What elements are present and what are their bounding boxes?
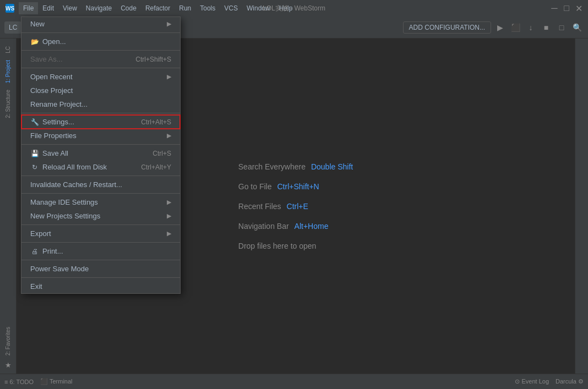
coverage-button[interactable]: ↓ [524,21,537,34]
separator-10 [21,260,180,260]
search-button[interactable]: 🔍 [570,21,584,34]
menu-new-projects-settings-arrow: ▶ [167,212,171,220]
reload-icon: ↻ [30,163,39,171]
menu-reload-label: Reload All from Disk [42,163,107,171]
menu-save-all[interactable]: 💾 Save All Ctrl+S [21,146,180,160]
add-configuration-button[interactable]: ADD CONFIGURATION... [403,21,491,34]
recent-files-label: Recent Files [238,202,281,211]
menu-new[interactable]: New ▶ [21,17,180,31]
title-bar-left: WS File Edit View Navigate Code Refactor… [6,2,297,14]
menu-save-as-shortcut: Ctrl+Shift+S [135,56,171,63]
menu-edit[interactable]: Edit [38,2,58,14]
todo-panel-button[interactable]: ≡ 6: TODO [4,379,34,385]
status-bar: ≡ 6: TODO ⬛ Terminal ⊙ Event Log Darcula… [0,374,588,389]
event-log-button[interactable]: ⊙ Event Log [515,378,549,385]
search-everywhere-shortcut: Double Shift [311,162,353,171]
menu-manage-ide-settings[interactable]: Manage IDE Settings ▶ [21,195,180,209]
menu-exit[interactable]: Exit [21,280,180,293]
stop-button[interactable]: ■ [540,21,553,34]
menu-manage-ide-settings-arrow: ▶ [167,199,171,206]
menu-reload[interactable]: ↻ Reload All from Disk Ctrl+Alt+Y [21,160,180,174]
menu-file-properties[interactable]: File Properties ▶ [21,129,180,143]
menu-exit-label: Exit [30,282,42,291]
separator-8 [21,224,180,225]
menu-vcs[interactable]: VCS [220,2,242,14]
open-icon: 📂 [30,38,39,46]
minimize-button[interactable]: ─ [551,4,558,12]
theme-selector[interactable]: Darcula ⚙ [556,378,584,385]
close-button[interactable]: ✕ [575,4,582,12]
menu-manage-ide-settings-label: Manage IDE Settings [30,198,98,206]
separator-3 [21,68,180,68]
run-button[interactable]: ▶ [493,21,507,34]
menu-settings[interactable]: 🔧 Settings... Ctrl+Alt+S [21,115,180,129]
search-everywhere-row: Search Everywhere Double Shift [238,162,353,171]
menu-save-all-label: Save All [42,149,68,157]
goto-file-label: Go to File [238,182,272,191]
left-sidebar: LC 1: Project 2: Structure 2: Favorites … [0,39,17,374]
menu-invalidate-caches[interactable]: Invalidate Caches / Restart... [21,178,180,191]
menu-save-as: Save As... Ctrl+Shift+S [21,52,180,66]
navigation-bar-label: Navigation Bar [238,222,289,231]
menu-open[interactable]: 📂 Open... [21,35,180,48]
separator-11 [21,277,180,278]
menu-file-properties-arrow: ▶ [167,132,171,139]
search-everywhere-label: Search Everywhere [238,162,306,171]
menu-export-arrow: ▶ [167,230,171,237]
separator-5 [21,144,180,145]
menu-code[interactable]: Code [116,2,141,14]
menu-settings-label: Settings... [42,118,74,126]
menu-close-project[interactable]: Close Project [21,84,180,97]
file-menu-dropdown: New ▶ 📂 Open... Save As... Ctrl+Shift+S … [21,17,181,294]
goto-file-shortcut: Ctrl+Shift+N [277,182,319,191]
sidebar-label-structure[interactable]: 2: Structure [4,86,12,122]
status-bar-left: ≡ 6: TODO ⬛ Terminal [4,378,73,385]
menu-navigate[interactable]: Navigate [81,2,116,14]
app-icon: WS [6,4,14,13]
menu-tools[interactable]: Tools [195,2,220,14]
window-controls: ─ □ ✕ [551,4,582,12]
print-icon: 🖨 [30,248,39,255]
welcome-panel: Search Everywhere Double Shift Go to Fil… [238,162,353,250]
sidebar-label-favorites[interactable]: 2: Favorites [4,324,12,359]
recent-files-shortcut: Ctrl+E [287,202,308,211]
menu-power-save-mode[interactable]: Power Save Mode [21,262,180,276]
menu-bar: File Edit View Navigate Code Refactor Ru… [19,2,297,14]
menu-new-projects-settings[interactable]: New Projects Settings ▶ [21,209,180,223]
terminal-button[interactable]: ⬛ Terminal [40,378,72,385]
menu-export[interactable]: Export ▶ [21,227,180,240]
menu-file[interactable]: File [19,2,38,14]
maximize-button[interactable]: □ [563,4,570,12]
save-all-icon: 💾 [30,150,39,157]
menu-rename-project[interactable]: Rename Project... [21,97,180,111]
goto-file-row: Go to File Ctrl+Shift+N [238,182,353,191]
status-bar-right: ⊙ Event Log Darcula ⚙ [515,378,584,385]
menu-rename-project-label: Rename Project... [30,100,88,108]
sidebar-label-project[interactable]: 1: Project [4,57,12,86]
settings-icon: 🔧 [30,118,39,126]
menu-reload-shortcut: Ctrl+Alt+Y [141,163,171,171]
menu-refactor[interactable]: Refactor [141,2,175,14]
menu-view[interactable]: View [58,2,81,14]
drop-files-label: Drop files here to open [238,242,317,250]
separator-2 [21,50,180,51]
menu-run[interactable]: Run [175,2,195,14]
menu-new-projects-settings-label: New Projects Settings [30,212,100,220]
sidebar-label-lc[interactable]: LC [4,43,12,57]
favorites-icon[interactable]: ★ [4,359,13,371]
separator-4 [21,113,180,113]
menu-save-as-label: Save As... [30,55,63,63]
menu-export-label: Export [30,229,51,238]
navigation-bar-shortcut: Alt+Home [295,222,329,231]
separator-1 [21,32,180,33]
menu-open-recent-label: Open Recent [30,73,73,81]
window-title: LOL实战 - WebStorm [263,4,325,13]
menu-open-label: Open... [42,37,66,46]
debug-button[interactable]: ⬛ [509,21,522,34]
menu-open-recent[interactable]: Open Recent ▶ [21,70,180,84]
build-button[interactable]: □ [555,21,568,34]
menu-close-project-label: Close Project [30,86,73,95]
separator-9 [21,242,180,243]
menu-print[interactable]: 🖨 Print... [21,244,180,258]
menu-new-label: New [30,20,45,28]
